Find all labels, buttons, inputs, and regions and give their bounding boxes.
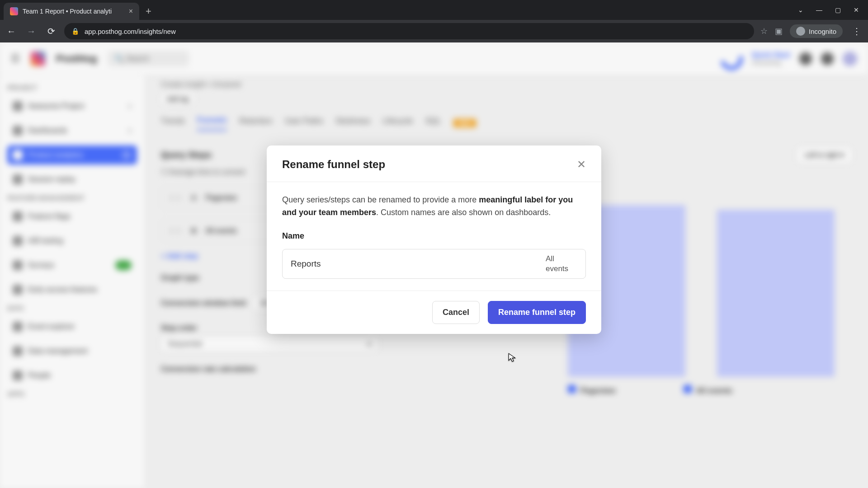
reload-icon[interactable]: ⟳ <box>44 26 58 37</box>
close-tab-icon[interactable]: × <box>129 7 133 15</box>
incognito-icon <box>796 27 805 36</box>
url-text: app.posthog.com/insights/new <box>85 28 176 35</box>
name-field-label: Name <box>282 230 586 243</box>
name-input-wrapper[interactable]: All events <box>282 249 586 279</box>
back-icon[interactable]: ← <box>5 26 18 37</box>
incognito-label: Incognito <box>809 28 836 35</box>
url-input[interactable]: 🔒 app.posthog.com/insights/new <box>64 23 754 39</box>
address-bar: ← → ⟳ 🔒 app.posthog.com/insights/new ☆ ▣… <box>0 20 868 42</box>
browser-menu-icon[interactable]: ⋮ <box>850 26 863 37</box>
close-icon[interactable]: ✕ <box>577 158 586 171</box>
browser-tab[interactable]: Team 1 Report • Product analyti × <box>4 3 139 20</box>
modal-description: Query series/steps can be renamed to pro… <box>282 195 573 217</box>
extensions-icon[interactable]: ▣ <box>775 26 783 36</box>
forward-icon: → <box>24 26 38 37</box>
maximize-icon[interactable]: ▢ <box>835 6 841 14</box>
minimize-icon[interactable]: — <box>816 6 822 14</box>
tab-title: Team 1 Report • Product analyti <box>23 8 124 15</box>
modal-overlay[interactable]: Rename funnel step ✕ Query series/steps … <box>0 42 868 488</box>
close-window-icon[interactable]: ✕ <box>854 6 859 14</box>
lock-icon: 🔒 <box>71 28 79 35</box>
input-suffix: All events <box>546 254 577 274</box>
tab-favicon <box>10 7 18 15</box>
name-input[interactable] <box>291 256 546 272</box>
rename-funnel-step-modal: Rename funnel step ✕ Query series/steps … <box>267 145 601 334</box>
new-tab-button[interactable]: + <box>139 3 158 20</box>
incognito-badge[interactable]: Incognito <box>790 24 843 38</box>
modal-title: Rename funnel step <box>282 158 385 171</box>
mouse-cursor <box>508 352 518 362</box>
tabs-dropdown-icon[interactable]: ⌄ <box>798 6 803 14</box>
bookmark-icon[interactable]: ☆ <box>760 26 768 36</box>
cancel-button[interactable]: Cancel <box>432 301 480 324</box>
browser-tab-strip: Team 1 Report • Product analyti × + ⌄ — … <box>0 0 868 20</box>
window-controls: ⌄ — ▢ ✕ <box>798 0 868 20</box>
rename-funnel-step-button[interactable]: Rename funnel step <box>488 301 586 324</box>
